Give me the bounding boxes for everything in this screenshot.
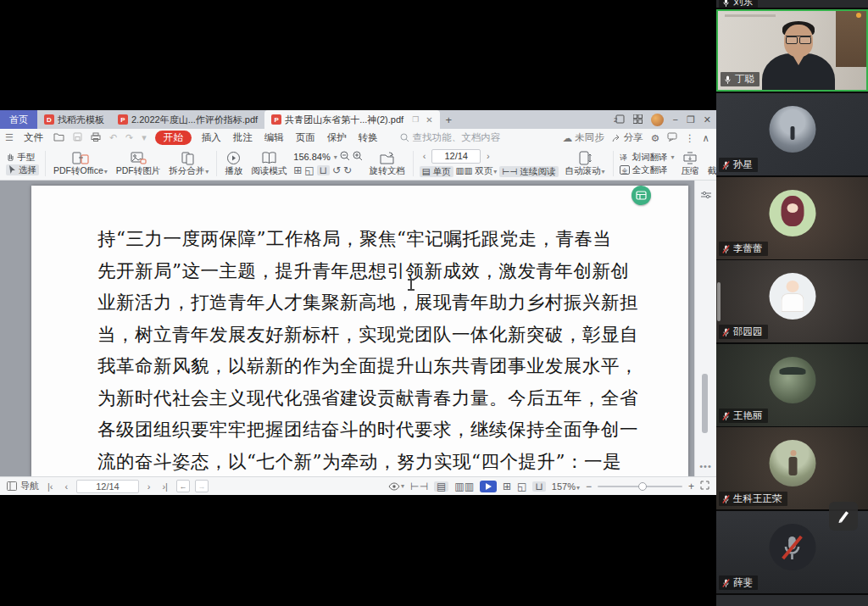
last-page-icon[interactable]: ›| [159,481,171,492]
participant-tile-shengkewangzhengrong[interactable]: 生科王正荣 [716,427,868,509]
share-button[interactable]: 分享 [612,131,643,144]
zoom-slider-knob[interactable] [638,482,647,491]
menu-start[interactable]: 开始 [155,131,192,145]
adjust-sliders-icon[interactable] [695,187,716,203]
play-button[interactable]: 播放 [220,150,247,176]
menu-insert[interactable]: 插入 [200,131,223,144]
continuous-read-icon[interactable]: ⊢⊣ [410,481,428,492]
zoom-out-minus[interactable]: − [586,481,592,492]
status-zoom-value[interactable]: 157%▾ [552,481,580,492]
redo-icon[interactable]: ↷ [125,132,133,143]
settings-gear-icon[interactable]: ⚙ [651,132,659,144]
first-page-icon[interactable]: |‹ [44,481,57,492]
presentation-play-button[interactable] [480,481,497,492]
hamburger-icon[interactable]: ☰ [5,132,14,143]
next-page-icon[interactable]: › [144,481,154,492]
annotation-pencil-button[interactable] [829,502,858,531]
feedback-icon[interactable] [667,132,677,143]
select-tool-button[interactable]: 选择 [6,164,39,175]
fit-width-icon[interactable]: ⊔ [317,165,330,175]
single-page-icon[interactable]: ▤ [434,481,448,492]
menu-page[interactable]: 页面 [294,131,317,144]
menu-file[interactable]: 文件 [22,131,45,144]
zoom-slider[interactable] [598,486,682,487]
rail-more-icon[interactable]: ••• [695,461,716,471]
tab-home[interactable]: 首页 [0,110,37,129]
rotate-right-icon[interactable]: ↻ [343,165,352,175]
rotate-doc-button[interactable]: 旋转文档 [365,150,409,176]
zoom-in-icon[interactable] [353,151,363,164]
word-translate-button[interactable]: 译 划词翻译▾ [620,152,675,163]
eye-protect-icon[interactable]: ▾ [388,482,404,491]
workspace-grid-icon[interactable] [633,114,643,125]
tab-close-icon[interactable]: ✕ [426,115,432,125]
continuous-read-button[interactable]: ⊢⊣ 连续阅读 [499,166,558,177]
close-button[interactable]: ✕ [704,114,711,125]
zoom-in-plus[interactable]: + [688,481,694,492]
menu-convert[interactable]: 转换 [357,131,380,144]
undo-icon[interactable]: ↶ [109,132,117,143]
participant-tile-lileilei[interactable]: 李蕾蕾 [716,177,868,259]
next-page-icon[interactable]: › [483,151,493,162]
tab-pin-icon[interactable]: ❐ [412,115,419,124]
menu-edit[interactable]: 编辑 [263,131,286,144]
collapse-ribbon-icon[interactable]: ∧ [703,132,709,144]
split-window-icon[interactable]: 2 [614,114,625,125]
pdf-to-image-button[interactable]: PDF转图片 [112,150,165,176]
view-back-icon[interactable]: ← [176,480,190,492]
read-mode-button[interactable]: 阅读模式 [247,150,291,176]
search-box[interactable]: 查找功能、文档内容 [400,131,501,144]
fit-width-icon[interactable]: ⊔ [532,481,545,492]
participant-list-scrollbar[interactable] [717,282,721,321]
open-folder-icon[interactable] [53,132,64,143]
fullscreen-icon[interactable] [700,481,709,492]
double-page-icon[interactable]: ▥▥ [454,481,474,492]
participant-tile-shaoyuanyuan[interactable]: 邵园园 [716,260,868,342]
zoom-value[interactable]: 156.84% [293,152,330,163]
prev-page-icon[interactable]: ‹ [420,151,430,162]
user-avatar[interactable] [651,114,664,126]
print-icon[interactable] [91,132,101,143]
split-merge-button[interactable]: 拆分合并▾ [164,150,213,177]
avatar [769,273,815,320]
single-page-button[interactable]: ▤ 单页 [420,166,453,177]
minimize-button[interactable]: − [672,114,677,125]
document-viewport[interactable]: 持“三力一度两保障”工作格局，聚焦“牢记嘱托跟党走，青春当 先开新局”这一主题，… [0,181,716,476]
tab-pdf-1-label: 2.2022年度山...作评价指标.pdf [131,114,258,126]
double-page-button[interactable]: ▥▥ 双页▾ [456,165,498,177]
fit-page-icon[interactable]: ⊞ [293,165,302,175]
restore-button[interactable]: ❐ [687,114,695,125]
participant-tile-dingcong-speaking[interactable]: 丁聪 [716,9,868,92]
menu-protect[interactable]: 保护 [326,131,348,144]
more-menu-icon[interactable]: ⋮ [685,132,695,144]
page-indicator-input[interactable]: 12/14 [431,149,481,164]
hand-tool-button[interactable]: 手型 [6,152,39,163]
tab-pdf-2-active[interactable]: P 共青团山东省第十...神(2).pdf ❐ ✕ [264,110,439,129]
participant-tile-liudong[interactable]: 刘东 [716,0,868,8]
save-icon[interactable] [73,132,82,143]
new-tab-button[interactable]: + [440,110,459,129]
menu-comment[interactable]: 批注 [231,131,254,144]
participant-tile-wangyanli[interactable]: 王艳丽 [716,344,868,426]
view-forward-icon[interactable]: → [195,480,209,492]
tab-docer-templates[interactable]: D 找稻壳模板 [37,110,111,129]
fit-page-icon[interactable]: ⊞ [503,481,511,492]
full-translate-button[interactable]: 全 全文翻译 [620,164,675,175]
zoom-out-icon[interactable] [340,151,350,164]
status-page-indicator[interactable]: 12/14 [76,480,139,493]
actual-size-icon[interactable]: ◱ [517,481,526,492]
participant-tile-sunxing[interactable]: 孙星 [716,93,868,175]
prev-page-icon[interactable]: ‹ [62,481,72,492]
wps-assistant-badge[interactable] [632,186,651,205]
navigation-pane-button[interactable]: 导航 [7,480,39,492]
actual-size-icon[interactable]: ◱ [304,165,314,175]
tab-pdf-1[interactable]: P 2.2022年度山...作评价指标.pdf [111,110,264,129]
vertical-scrollbar[interactable] [702,374,708,433]
rotate-left-icon[interactable]: ↺ [332,165,341,175]
auto-scroll-button[interactable]: 自动滚动▾ [561,150,609,177]
more-dropdown-icon[interactable]: ▾ [142,132,147,143]
compress-button[interactable]: 压缩 [677,150,704,176]
pdf-page[interactable]: 持“三力一度两保障”工作格局，聚焦“牢记嘱托跟党走，青春当 先开新局”这一主题，… [31,186,688,476]
pdf-to-office-button[interactable]: PDF转Office▾ [49,150,112,177]
cloud-sync-status[interactable]: ☁ 未同步 [563,131,604,144]
